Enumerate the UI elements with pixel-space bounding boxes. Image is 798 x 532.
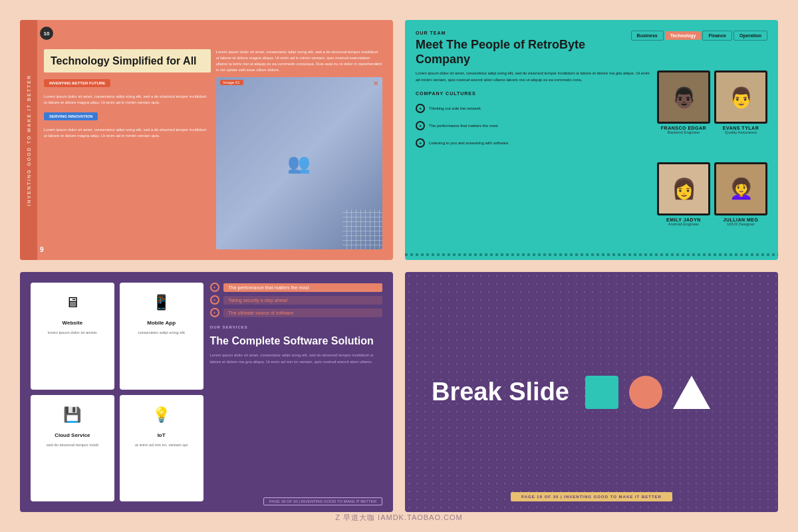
slide-2: OUR TEAM Meet The People of RetroByte Co… xyxy=(405,20,778,260)
slide1-left: Technology Simplified for All INVENTING … xyxy=(44,49,211,249)
slide1-page-badge: 10 xyxy=(40,27,53,40)
team-name-1: FRANSCO EDGAR xyxy=(661,126,706,130)
check-item-1: + The performance that matters the most xyxy=(210,283,383,292)
slide4-footer-bar: PAGE 18 OF 30 | INVENTING GOOD TO MAKE I… xyxy=(511,492,672,501)
slide3-right: + The performance that matters the most … xyxy=(210,283,383,501)
slide4-footer: PAGE 18 OF 30 | INVENTING GOOD TO MAKE I… xyxy=(432,492,751,501)
check-item-2: + Taking security a step ahead xyxy=(210,295,383,305)
service-card-cloud: 💾 Cloud Service sed do elusmod tempor in… xyxy=(31,395,114,502)
slide-1: INVENTING GOOD TO MAKE IT BETTER 10 9 Te… xyxy=(20,20,393,260)
slide3-services-desc: Lorem ipsum dolor sit amet, consectetur … xyxy=(210,352,383,365)
service-card-website: 🖥 Website lorem ipsum dolor sit ameto xyxy=(31,283,114,390)
slide2-culture-2: + The performance that matters the most xyxy=(416,121,650,130)
team-photo-1: 👨🏿 xyxy=(657,70,710,124)
team-photo-3: 👩 xyxy=(657,162,710,215)
slide1-section1-text: Lorem ipsum dolor sit amet, consectetur … xyxy=(44,94,211,106)
culture-icon-1: + xyxy=(416,104,425,113)
slide1-title: Technology Simplified for All xyxy=(51,55,204,67)
tab-operation[interactable]: Operation xyxy=(733,31,767,41)
team-name-4: JULLIAN MEG xyxy=(724,217,759,222)
team-photo-4: 👩‍🦱 xyxy=(714,162,767,215)
team-role-2: Quality Assurance xyxy=(725,130,757,134)
mobile-icon: 📱 xyxy=(148,289,175,316)
slide2-header-left: OUR TEAM Meet The People of RetroByte Co… xyxy=(416,31,602,66)
slide3-checklist: + The performance that matters the most … xyxy=(210,283,383,317)
service-card-iot: 💡 IoT ut enim ad min im, veniam qui xyxy=(120,395,203,502)
team-card-3: 👩 EMILY JADYN Android Engineer xyxy=(657,162,710,249)
tab-technology[interactable]: Technology xyxy=(665,31,702,40)
slide1-badge2: SERVING INNOVATION xyxy=(44,112,98,120)
check-text-2: Taking security a step ahead xyxy=(223,296,383,305)
service-name-website: Website xyxy=(63,320,83,326)
slide2-culture-3: + Listening to you and answering with so… xyxy=(416,138,650,148)
shape-triangle xyxy=(673,376,710,409)
slide2-title: Meet The People of RetroByte Company xyxy=(416,38,602,66)
tab-finance[interactable]: Finance xyxy=(702,31,732,41)
slide1-grid-overlay xyxy=(342,209,382,249)
slide1-body-right: Lorem ipsum dolor sit amet, consectetur … xyxy=(216,49,383,73)
slide1-title-box: Technology Simplified for All xyxy=(44,49,211,72)
cloud-icon: 💾 xyxy=(59,402,86,428)
slide2-culture-1: + Thinking out side the network xyxy=(416,104,650,113)
slide1-sidebar: INVENTING GOOD TO MAKE IT BETTER xyxy=(20,20,37,260)
slide2-dashes xyxy=(405,253,778,256)
slide2-header: OUR TEAM Meet The People of RetroByte Co… xyxy=(416,31,767,66)
service-desc-cloud: sed do elusmod tempor incidi xyxy=(47,442,98,448)
slide2-cultures-label: COMPANY CULTURES xyxy=(416,91,650,96)
service-desc-mobile: consectetur adipi scing elit xyxy=(138,330,184,335)
slide3-footer: PAGE 18 OF 30 | INVENTING GOOD TO MAKE I… xyxy=(263,497,382,505)
slide1-image-close: ✕ xyxy=(373,80,378,87)
culture-text-1: Thinking out side the network xyxy=(429,106,481,110)
slide3-services-label: OUR SERVICES xyxy=(210,325,383,329)
team-card-1: 👨🏿 FRANSCO EDGAR Backend Engineer xyxy=(657,70,710,158)
service-desc-website: lorem ipsum dolor sit ameto xyxy=(48,330,97,335)
team-avatar-3: 👩 xyxy=(659,164,708,213)
slide2-team-label: OUR TEAM xyxy=(416,31,602,35)
service-card-mobile: 📱 Mobile App consectetur adipi scing eli… xyxy=(120,283,203,390)
team-photo-2: 👨 xyxy=(714,70,767,124)
team-name-3: EMILY JADYN xyxy=(666,217,701,222)
slide2-body: Lorem ipsum dolor sit amet, consectetur … xyxy=(416,70,767,249)
slide2-left: Lorem ipsum dolor sit amet, consectetur … xyxy=(416,70,650,249)
culture-text-2: The performance that matters the most xyxy=(429,124,498,128)
culture-icon-3: + xyxy=(416,138,425,148)
team-role-4: UI/UX Designer xyxy=(727,222,755,226)
team-card-2: 👨 EVANS TYLAR Quality Assurance xyxy=(714,70,767,158)
service-desc-iot: ut enim ad min im, veniam qui xyxy=(135,442,188,448)
tab-business[interactable]: Business xyxy=(631,31,664,41)
slide3-service-cards: 🖥 Website lorem ipsum dolor sit ameto 📱 … xyxy=(31,283,203,501)
team-avatar-2: 👨 xyxy=(716,72,765,122)
slide1-image-inner: 👥 xyxy=(216,77,383,249)
slide3-services-title: The Complete Software Solution xyxy=(210,334,383,347)
shape-square xyxy=(585,376,618,409)
slide4-content: Break Slide xyxy=(432,376,751,409)
slide1-image: 👥 Image 01 ✕ xyxy=(216,77,383,249)
slide4-title: Break Slide xyxy=(432,378,569,406)
slide-3: 🖥 Website lorem ipsum dolor sit ameto 📱 … xyxy=(20,272,393,512)
check-item-3: + The ultimate source of software xyxy=(210,308,383,317)
team-card-4: 👩‍🦱 JULLIAN MEG UI/UX Designer xyxy=(714,162,767,249)
slide2-desc: Lorem ipsum dolor sit amet, consectetur … xyxy=(416,70,650,83)
check-circle-3: + xyxy=(210,308,219,317)
slide1-section2-text: Lorem ipsum dolor sit amet, consectetur … xyxy=(44,127,211,139)
culture-text-3: Listening to you and answering with soft… xyxy=(429,141,508,145)
check-circle-2: + xyxy=(210,295,219,305)
slide1-right: Lorem ipsum dolor sit amet, consectetur … xyxy=(216,49,383,249)
service-name-cloud: Cloud Service xyxy=(55,432,90,438)
team-avatar-1: 👨🏿 xyxy=(659,72,708,122)
check-text-3: The ultimate source of software xyxy=(223,309,383,317)
team-name-2: EVANS TYLAR xyxy=(723,126,759,130)
slide2-team-grid: 👨🏿 FRANSCO EDGAR Backend Engineer 👨 EVAN… xyxy=(657,70,767,249)
slide1-image-label: Image 01 xyxy=(220,80,243,85)
iot-icon: 💡 xyxy=(148,402,175,428)
shape-circle xyxy=(629,376,662,409)
slide-4: Break Slide PAGE 18 OF 30 | INVENTING GO… xyxy=(405,272,778,512)
service-name-mobile: Mobile App xyxy=(147,320,176,326)
slide2-tabs: Business Technology Finance Operation xyxy=(631,31,767,41)
slide1-page-number: 9 xyxy=(40,246,44,253)
slide4-shapes xyxy=(585,376,710,409)
culture-icon-2: + xyxy=(416,121,425,130)
watermark: Z 早道大咖 IAMDK.TAOBAO.COM xyxy=(335,513,462,523)
check-text-1: The performance that matters the most xyxy=(223,283,383,292)
slide1-badge1: INVENTING BETTER FUTURE xyxy=(44,79,110,87)
